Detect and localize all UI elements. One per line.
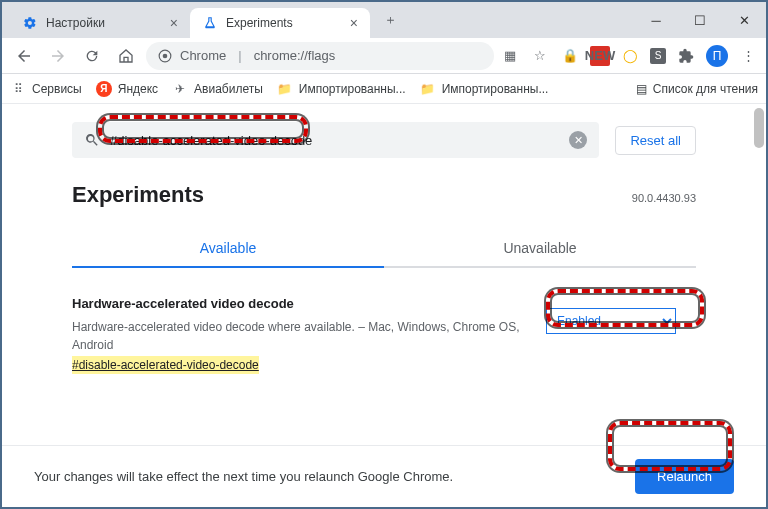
apps-shortcut[interactable]: ⠿Сервисы — [10, 81, 82, 97]
tab-title: Настройки — [46, 16, 105, 30]
minimize-button[interactable]: ─ — [634, 5, 678, 35]
page-content: ✕ Reset all Experiments 90.0.4430.93 Ava… — [2, 104, 766, 507]
page-title: Experiments — [72, 182, 696, 208]
folder-icon: 📁 — [277, 81, 293, 97]
tab-unavailable[interactable]: Unavailable — [384, 230, 696, 266]
search-input[interactable] — [110, 133, 559, 148]
window-controls: ─ ☐ ✕ — [634, 5, 766, 35]
bookmark-folder-2[interactable]: 📁Импортированны... — [420, 81, 549, 97]
back-button[interactable] — [10, 42, 38, 70]
qr-icon[interactable]: ▦ — [500, 46, 520, 66]
address-bar[interactable]: Chrome | chrome://flags — [146, 42, 494, 70]
bookmark-icon[interactable]: ☆ — [530, 46, 550, 66]
yandex-icon: Я — [96, 81, 112, 97]
extensions-icon[interactable] — [676, 46, 696, 66]
lock-icon[interactable]: 🔒 — [560, 46, 580, 66]
apps-icon: ⠿ — [10, 81, 26, 97]
close-icon[interactable]: × — [350, 15, 358, 31]
url-path: chrome://flags — [254, 48, 336, 63]
home-button[interactable] — [112, 42, 140, 70]
version-label: 90.0.4430.93 — [632, 192, 696, 204]
reload-button[interactable] — [78, 42, 106, 70]
circle-icon[interactable]: ◯ — [620, 46, 640, 66]
bookmark-avia[interactable]: ✈Авиабилеты — [172, 81, 263, 97]
url-scheme: Chrome — [180, 48, 226, 63]
reading-list[interactable]: ▤Список для чтения — [636, 82, 758, 96]
forward-button[interactable] — [44, 42, 72, 70]
flags-search-box[interactable]: ✕ — [72, 122, 599, 158]
reset-all-button[interactable]: Reset all — [615, 126, 696, 155]
relaunch-message: Your changes will take effect the next t… — [34, 469, 453, 484]
tab-strip: Настройки × Experiments × ＋ ─ ☐ ✕ — [2, 2, 766, 38]
svg-point-1 — [163, 53, 168, 58]
clear-search-icon[interactable]: ✕ — [569, 131, 587, 149]
close-icon[interactable]: × — [170, 15, 178, 31]
new-tab-button[interactable]: ＋ — [376, 6, 404, 34]
flask-icon — [202, 15, 218, 31]
flag-description: Hardware-accelerated video decode where … — [72, 320, 520, 352]
flag-state-select[interactable]: DefaultEnabledDisabled — [546, 308, 676, 334]
search-icon — [84, 132, 100, 148]
relaunch-bar: Your changes will take effect the next t… — [2, 445, 766, 507]
toolbar-right-icons: ▦ ☆ 🔒 NEW ◯ S П ⋮ — [500, 45, 758, 67]
tab-available[interactable]: Available — [72, 230, 384, 266]
browser-tab-experiments[interactable]: Experiments × — [190, 8, 370, 38]
profile-avatar[interactable]: П — [706, 45, 728, 67]
close-window-button[interactable]: ✕ — [722, 5, 766, 35]
s-extension-icon[interactable]: S — [650, 48, 666, 64]
browser-tab-settings[interactable]: Настройки × — [10, 8, 190, 38]
flag-title: Hardware-accelerated video decode — [72, 294, 526, 314]
folder-icon: 📁 — [420, 81, 436, 97]
tab-title: Experiments — [226, 16, 293, 30]
experiment-tabs: Available Unavailable — [72, 230, 696, 268]
flag-item: Hardware-accelerated video decode Hardwa… — [72, 294, 696, 374]
gear-icon — [22, 15, 38, 31]
bookmark-yandex[interactable]: ЯЯндекс — [96, 81, 158, 97]
maximize-button[interactable]: ☐ — [678, 5, 722, 35]
plane-icon: ✈ — [172, 81, 188, 97]
list-icon: ▤ — [636, 82, 647, 96]
browser-toolbar: Chrome | chrome://flags ▦ ☆ 🔒 NEW ◯ S П … — [2, 38, 766, 74]
relaunch-button[interactable]: Relaunch — [635, 459, 734, 494]
flag-anchor-link[interactable]: #disable-accelerated-video-decode — [72, 356, 259, 374]
new-badge-icon[interactable]: NEW — [590, 46, 610, 66]
scrollbar[interactable] — [754, 108, 764, 148]
bookmark-folder-1[interactable]: 📁Импортированны... — [277, 81, 406, 97]
bookmarks-bar: ⠿Сервисы ЯЯндекс ✈Авиабилеты 📁Импортиров… — [2, 74, 766, 104]
menu-icon[interactable]: ⋮ — [738, 46, 758, 66]
chrome-icon — [158, 49, 172, 63]
